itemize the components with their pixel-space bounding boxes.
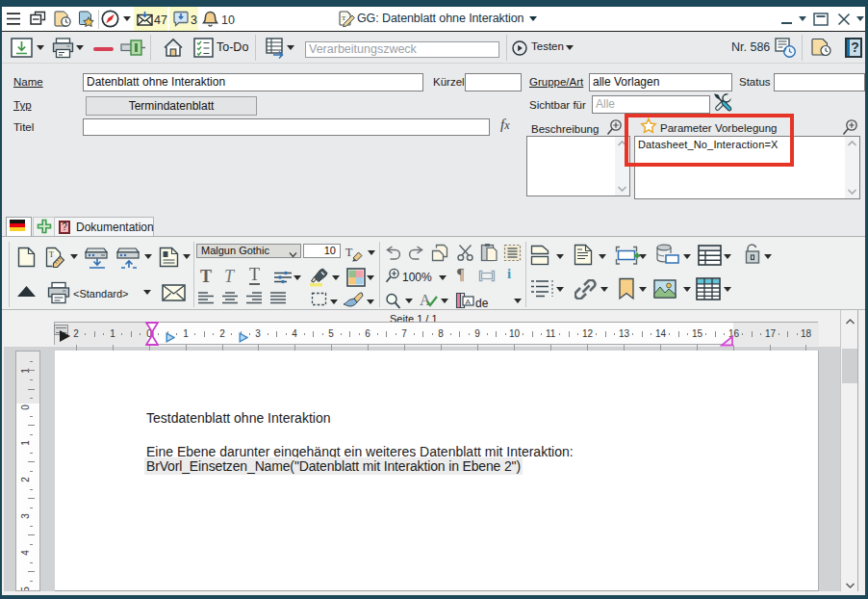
svg-text:T: T bbox=[342, 14, 346, 22]
svg-text:T: T bbox=[49, 250, 54, 259]
svg-text:T: T bbox=[345, 246, 353, 259]
svg-text:A: A bbox=[466, 298, 472, 306]
